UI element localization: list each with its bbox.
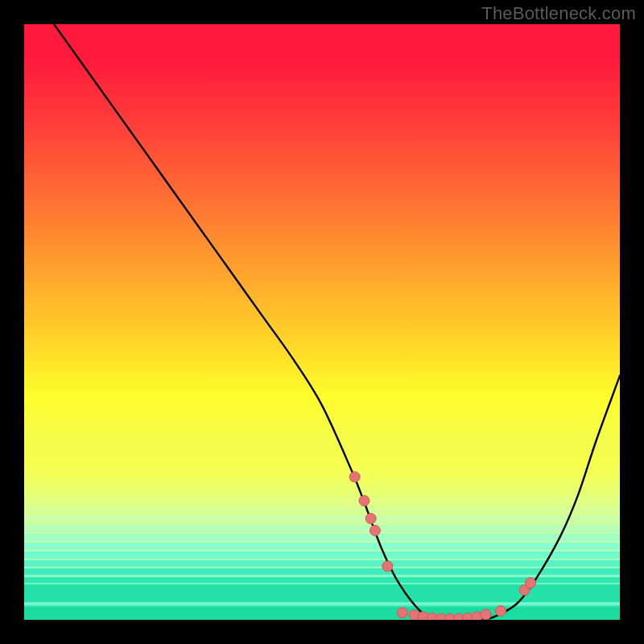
curve-marker-dot: [369, 526, 380, 536]
curve-marker-dot: [349, 472, 360, 482]
curve-marker-dot: [526, 578, 536, 588]
curve-marker-dot: [481, 609, 491, 620]
watermark-text: TheBottleneck.com: [481, 3, 636, 24]
curve-markers: [349, 472, 535, 620]
curve-marker-dot: [365, 514, 376, 524]
curve-marker-dot: [397, 608, 407, 618]
plot-svg: [24, 24, 620, 620]
plot-area: [24, 24, 620, 620]
curve-marker-dot: [382, 561, 393, 572]
chart-stage: TheBottleneck.com: [0, 0, 644, 644]
curve-marker-dot: [496, 605, 506, 616]
bottleneck-curve: [54, 24, 620, 620]
curve-marker-dot: [359, 496, 369, 506]
